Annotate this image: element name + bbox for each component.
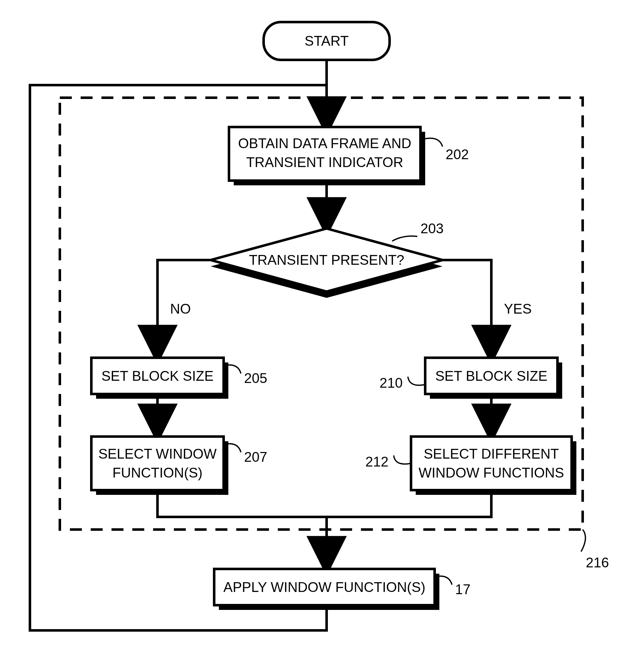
ref-203: 203 (420, 221, 443, 236)
node-202-line1: OBTAIN DATA FRAME AND (238, 136, 411, 151)
start-node: START (264, 22, 390, 60)
node-205-text: SET BLOCK SIZE (101, 368, 214, 384)
edge-no: NO (170, 301, 191, 317)
ref-216: 216 (586, 555, 609, 570)
svg-rect-18 (91, 437, 224, 490)
ref-210: 210 (380, 375, 403, 391)
ref-207: 207 (244, 449, 267, 465)
edge-yes: YES (504, 301, 532, 317)
node-207-line2: FUNCTION(S) (113, 465, 202, 480)
node-203: TRANSIENT PRESENT? (211, 229, 442, 298)
node-212-line2: WINDOW FUNCTIONS (419, 465, 564, 480)
node-210: SET BLOCK SIZE (425, 358, 562, 399)
ref-17: 17 (455, 582, 470, 597)
ref-205: 205 (244, 370, 267, 386)
node-207: SELECT WINDOW FUNCTION(S) (91, 437, 228, 495)
node-203-text: TRANSIENT PRESENT? (249, 252, 404, 268)
node-210-text: SET BLOCK SIZE (435, 368, 547, 384)
node-205: SET BLOCK SIZE (91, 358, 228, 399)
node-202-line2: TRANSIENT INDICATOR (246, 155, 404, 170)
node-202: OBTAIN DATA FRAME AND TRANSIENT INDICATO… (229, 127, 425, 185)
svg-rect-21 (411, 437, 571, 490)
ref-212: 212 (365, 454, 388, 469)
flowchart: 216 START OBTAIN DATA FRAME AND TRANSIEN… (0, 0, 634, 672)
svg-rect-3 (229, 127, 420, 181)
node-212-line1: SELECT DIFFERENT (423, 446, 559, 461)
node-17: APPLY WINDOW FUNCTION(S) (214, 569, 439, 610)
node-207-line1: SELECT WINDOW (98, 446, 217, 461)
node-17-text: APPLY WINDOW FUNCTION(S) (223, 579, 425, 595)
ref-202: 202 (446, 146, 469, 162)
start-label: START (304, 33, 349, 49)
node-212: SELECT DIFFERENT WINDOW FUNCTIONS (411, 437, 576, 495)
